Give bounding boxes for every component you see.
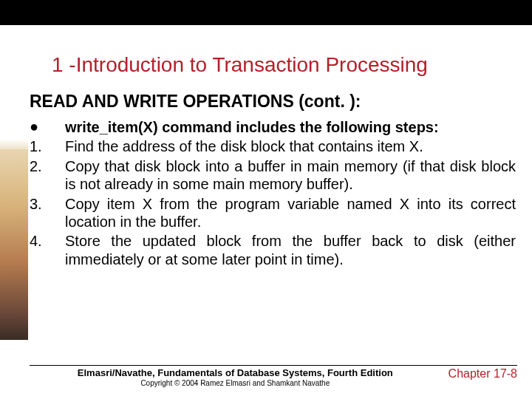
step-number: 2. — [30, 157, 65, 175]
step-text: Copy item X from the program variable na… — [65, 195, 516, 231]
body-content: ● write_item(X) command includes the fol… — [30, 118, 516, 270]
bullet-row: ● write_item(X) command includes the fol… — [30, 118, 516, 136]
step-text: Find the address of the disk block that … — [65, 137, 516, 155]
step-row: 1. Find the address of the disk block th… — [30, 137, 516, 155]
footer-copyright: Copyright © 2004 Ramez Elmasri and Shamk… — [30, 379, 441, 387]
section-heading: READ AND WRITE OPERATIONS (cont. ): — [30, 92, 517, 112]
step-row: 2. Copy that disk block into a buffer in… — [30, 157, 516, 194]
footer-book-title: Elmasri/Navathe, Fundamentals of Databas… — [30, 367, 441, 378]
side-desert-decoration — [0, 148, 28, 340]
bullet-icon: ● — [30, 118, 65, 134]
bullet-lead-text: write_item(X) command includes the follo… — [65, 118, 516, 136]
footer-rule — [30, 365, 517, 366]
step-number: 4. — [30, 232, 65, 250]
slide-title: 1 -Introduction to Transaction Processin… — [52, 53, 517, 77]
step-text: Store the updated block from the buffer … — [65, 232, 516, 268]
step-number: 3. — [30, 195, 65, 213]
step-row: 3. Copy item X from the program variable… — [30, 195, 516, 231]
footer: Elmasri/Navathe, Fundamentals of Databas… — [30, 365, 517, 387]
footer-chapter: Chapter 17-8 — [441, 367, 517, 381]
step-text: Copy that disk block into a buffer in ma… — [65, 157, 516, 194]
top-black-band — [0, 0, 532, 25]
step-number: 1. — [30, 137, 65, 155]
step-row: 4. Store the updated block from the buff… — [30, 232, 516, 268]
